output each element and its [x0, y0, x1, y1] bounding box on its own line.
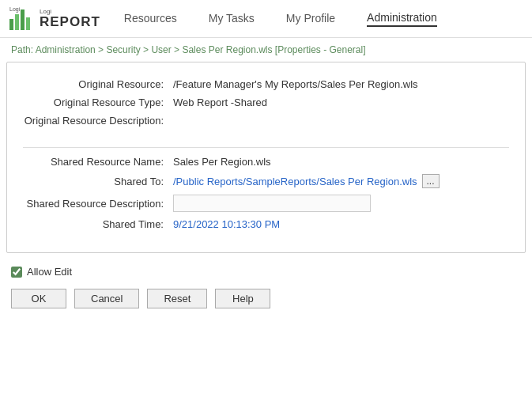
- shared-to-value: /Public Reports/SampleReports/Sales Per …: [173, 176, 417, 187]
- shared-time-label: Shared Time:: [23, 218, 173, 230]
- shared-time-value: 9/21/2022 10:13:30 PM: [173, 218, 280, 230]
- nav-resources[interactable]: Resources: [124, 12, 177, 26]
- breadcrumb: Path: Administration > Security > User >…: [0, 38, 532, 62]
- shared-to-row: Shared To: /Public Reports/SampleReports…: [23, 174, 509, 188]
- cancel-button[interactable]: Cancel: [74, 289, 139, 308]
- shared-resource-name-label: Shared Resource Name:: [23, 156, 173, 168]
- nav-my-tasks[interactable]: My Tasks: [209, 12, 255, 26]
- svg-text:Logi: Logi: [9, 6, 21, 13]
- shared-resource-desc-label: Shared Resource Description:: [23, 198, 173, 210]
- shared-to-label: Shared To:: [23, 176, 173, 187]
- browse-button[interactable]: ...: [422, 174, 440, 188]
- svg-rect-1: [15, 14, 19, 30]
- help-button[interactable]: Help: [215, 289, 270, 308]
- logo-icon: Logi: [8, 5, 36, 33]
- logo: Logi Logi REPORT: [8, 5, 100, 33]
- original-resource-desc-label: Original Resource Description:: [23, 115, 173, 127]
- original-resource-label: Original Resource:: [23, 78, 173, 90]
- original-resource-value: /Feature Manager's My Reports/Sales Per …: [173, 78, 418, 90]
- shared-time-row: Shared Time: 9/21/2022 10:13:30 PM: [23, 218, 509, 230]
- allow-edit-checkbox[interactable]: [11, 267, 22, 278]
- allow-edit-label: Allow Edit: [27, 266, 72, 278]
- nav-links: Resources My Tasks My Profile Administra…: [124, 11, 524, 27]
- svg-rect-0: [9, 19, 13, 30]
- main-content: Original Resource: /Feature Manager's My…: [6, 62, 526, 253]
- original-resource-type-row: Original Resource Type: Web Report -Shar…: [23, 96, 509, 108]
- original-resource-section: Original Resource: /Feature Manager's My…: [23, 70, 509, 141]
- ok-button[interactable]: OK: [11, 289, 66, 308]
- svg-rect-2: [21, 9, 25, 30]
- svg-rect-3: [26, 17, 30, 30]
- original-resource-type-label: Original Resource Type:: [23, 96, 173, 108]
- shared-resource-name-row: Shared Resource Name: Sales Per Region.w…: [23, 156, 509, 168]
- shared-resource-desc-row: Shared Resource Description:: [23, 195, 509, 212]
- top-nav: Logi Logi REPORT Resources My Tasks My P…: [0, 0, 532, 38]
- original-resource-type-value: Web Report -Shared: [173, 96, 267, 108]
- allow-edit-row: Allow Edit: [0, 259, 532, 281]
- shared-to-value-row: /Public Reports/SampleReports/Sales Per …: [173, 174, 440, 188]
- shared-resource-section: Shared Resource Name: Sales Per Region.w…: [23, 147, 509, 244]
- logo-text: Logi REPORT: [40, 9, 100, 28]
- shared-resource-desc-input[interactable]: [173, 195, 371, 212]
- nav-my-profile[interactable]: My Profile: [286, 12, 335, 26]
- reset-button[interactable]: Reset: [147, 289, 207, 308]
- original-resource-desc-row: Original Resource Description:: [23, 115, 509, 127]
- nav-administration[interactable]: Administration: [367, 11, 437, 27]
- button-row: OK Cancel Reset Help: [0, 281, 532, 313]
- logo-report: REPORT: [40, 15, 100, 28]
- original-resource-row: Original Resource: /Feature Manager's My…: [23, 78, 509, 90]
- shared-resource-name-value: Sales Per Region.wls: [173, 156, 271, 168]
- breadcrumb-text: Path: Administration > Security > User >…: [11, 44, 366, 55]
